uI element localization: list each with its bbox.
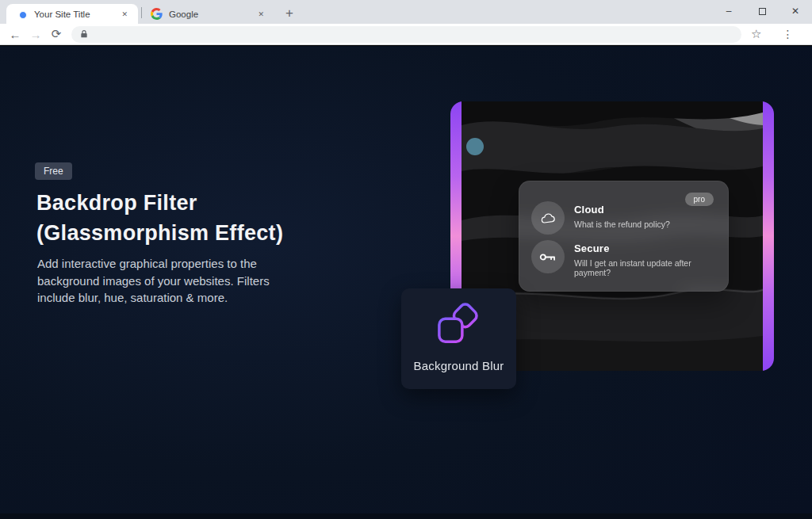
feature-card-background-blur[interactable]: Background Blur xyxy=(401,288,516,389)
item-subtitle: What is the refund policy? xyxy=(574,219,670,229)
item-title: Secure xyxy=(574,242,728,254)
tab-title: Your Site Title xyxy=(34,10,119,19)
item-subtitle: Will I get an instant update after payme… xyxy=(574,258,728,277)
cursor-dot xyxy=(466,138,484,155)
plan-badge: Free xyxy=(35,162,72,180)
url-input[interactable] xyxy=(94,26,741,43)
browser-menu-icon[interactable]: ⋮ xyxy=(782,28,793,40)
maximize-button[interactable] xyxy=(745,0,779,22)
forward-button[interactable]: → xyxy=(25,28,46,41)
list-item: Secure Will I get an instant update afte… xyxy=(531,240,728,277)
window-controls: – ✕ xyxy=(712,0,812,22)
chrome-favicon-icon xyxy=(16,8,28,20)
browser-window: Your Site Title ✕ Google ✕ + – ✕ ← xyxy=(0,0,812,519)
address-bar[interactable] xyxy=(71,26,741,43)
feature-card-label: Background Blur xyxy=(414,359,504,372)
page-title-line2: (Glassmorphism Effect) xyxy=(36,221,283,245)
minimize-button[interactable]: – xyxy=(712,0,745,22)
glassmorphism-card: pro Cloud What is the refund policy? xyxy=(519,181,729,292)
page-description: Add interactive graphical properties to … xyxy=(37,255,285,307)
key-icon xyxy=(531,240,565,273)
lock-icon[interactable] xyxy=(80,29,88,39)
tab-google[interactable]: Google ✕ xyxy=(141,4,274,24)
toolbar-right: ☆ ⋮ xyxy=(751,27,793,41)
tab-your-site-title[interactable]: Your Site Title ✕ xyxy=(6,4,138,24)
tab-close-icon[interactable]: ✕ xyxy=(119,9,130,20)
tab-strip: Your Site Title ✕ Google ✕ + – ✕ xyxy=(0,0,812,24)
browser-toolbar: ← → ⟳ ☆ ⋮ xyxy=(0,24,812,45)
close-window-button[interactable]: ✕ xyxy=(779,0,812,22)
background-blur-icon xyxy=(435,302,484,351)
back-button[interactable]: ← xyxy=(5,28,25,41)
reload-button[interactable]: ⟳ xyxy=(46,27,67,41)
pro-badge: pro xyxy=(685,193,714,206)
maximize-icon xyxy=(759,8,766,15)
item-title: Cloud xyxy=(574,204,670,216)
google-favicon-icon xyxy=(151,8,163,20)
page-viewport: Free Backdrop Filter (Glassmorphism Effe… xyxy=(0,46,812,519)
page-title: Backdrop Filter (Glassmorphism Effect) xyxy=(36,188,283,248)
tab-close-icon[interactable]: ✕ xyxy=(255,9,266,20)
tab-title: Google xyxy=(169,10,255,19)
new-tab-button[interactable]: + xyxy=(279,3,300,24)
page-title-line1: Backdrop Filter xyxy=(36,191,197,215)
bookmark-star-icon[interactable]: ☆ xyxy=(751,27,761,41)
cloud-icon xyxy=(531,201,565,235)
list-item: Cloud What is the refund policy? xyxy=(531,201,670,235)
